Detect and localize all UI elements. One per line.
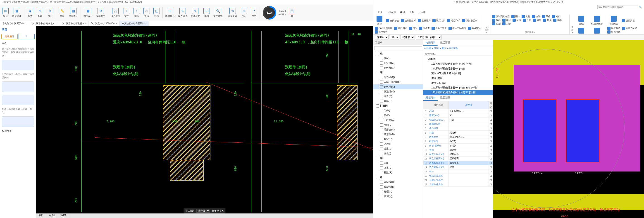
group-label[interactable]: CAD操作 ▾: [484, 26, 489, 34]
tab-property-layer[interactable]: 图层管理: [438, 95, 452, 101]
ribbon-item-判断内外墙[interactable]: 判断内外墙: [622, 27, 637, 30]
prop-value[interactable]: [449, 122, 489, 126]
tree-node[interactable]: 螺旋板(B): [373, 184, 423, 189]
property-row[interactable]: 13起点底标高(m)层底标高☐: [423, 161, 493, 165]
prop-value[interactable]: (混筑)水泥石...: [449, 135, 489, 139]
ribbon-item-删除[interactable]: 删除: [512, 15, 520, 18]
ribbon-item-长度标注[interactable]: 长度标注: [375, 30, 388, 34]
prop-value[interactable]: 层底标高: [449, 161, 489, 165]
category-select[interactable]: 墙: [390, 35, 399, 40]
toolbar-新建[interactable]: ▸ 新建: [424, 47, 431, 50]
tree-node[interactable]: 门联窗(A): [373, 118, 423, 123]
ribbon-文字[interactable]: T文字: [122, 7, 131, 19]
property-row[interactable]: 8砂浆标号(M7.5)☐: [423, 139, 493, 144]
thumb-4[interactable]: [2, 116, 34, 127]
property-row[interactable]: 3轴线距左墙皮...(45)☐: [423, 118, 493, 122]
layer-select[interactable]: 未分类: [196, 209, 210, 212]
cad-canvas[interactable]: 深蓝灰色烤漆方钢管(余同) 通高x40x40x3.0 ，竖向杆件间距110 一根…: [36, 26, 373, 218]
component-item[interactable]: 190厚煤矸石烧结多孔砖 [外墙]: [423, 66, 493, 71]
component-search-input[interactable]: [424, 52, 492, 56]
ribbon-标注设置[interactable]: ✎标注设置: [190, 7, 201, 19]
ribbon-item-旋转[interactable]: 旋转: [502, 19, 511, 22]
prop-extra-checkbox[interactable]: ☐: [489, 122, 493, 126]
ribbon-item-分割[interactable]: 分割: [492, 22, 500, 25]
toolbar-复制[interactable]: ▸ 复制: [432, 47, 438, 50]
prop-value[interactable]: [449, 174, 489, 178]
prop-value[interactable]: 90: [449, 114, 489, 118]
prop-extra-checkbox[interactable]: ☐: [489, 178, 493, 182]
property-row[interactable]: 11起点顶标高(m)层顶标高☐: [423, 152, 493, 157]
prop-extra-checkbox[interactable]: ☐: [489, 152, 493, 157]
prop-value[interactable]: (外墙): [449, 144, 489, 148]
property-row[interactable]: 2厚度(mm)90☐: [423, 114, 493, 118]
ribbon-窗口[interactable]: ⊞窗口: [1, 7, 10, 19]
property-row[interactable]: 12终点顶标高(m)层顶标高☐: [423, 157, 493, 161]
global-search-input[interactable]: [598, 5, 638, 9]
ribbon-item-设置拱墙[interactable]: 设置拱墙: [622, 15, 635, 26]
ribbon-帮助[interactable]: ?帮助: [249, 7, 258, 19]
component-select[interactable]: 190厚煤矸石砌...: [416, 35, 442, 40]
close-icon[interactable]: ×: [116, 22, 117, 25]
ribbon-item-墙体拉通[interactable]: 墙体拉通: [607, 30, 620, 34]
tree-node[interactable]: 梁: [373, 156, 423, 161]
tree-node[interactable]: 梁(L): [373, 161, 423, 165]
property-row[interactable]: 22土建业务属性☐: [423, 182, 493, 187]
prop-extra-checkbox[interactable]: ☐: [489, 165, 493, 169]
progress-gauge[interactable]: 51%: [263, 6, 276, 20]
property-row[interactable]: 21土建业务属性☐: [423, 178, 493, 182]
ribbon-big-直线[interactable]: 直线: [576, 15, 586, 26]
prop-extra-checkbox[interactable]: ☐: [489, 148, 493, 152]
pdf-button[interactable]: 📄PDF: [288, 7, 296, 18]
tree-node[interactable]: 现浇板(B): [373, 180, 423, 184]
tree-node[interactable]: 培垛(E): [373, 94, 423, 99]
refresh-button[interactable]: ↻: [18, 34, 35, 39]
prop-extra-checkbox[interactable]: ☐: [489, 118, 493, 122]
tree-node[interactable]: 人防门框墙(RF): [373, 80, 423, 84]
ribbon-item-合并[interactable]: 合并: [523, 19, 531, 22]
prop-value[interactable]: [449, 182, 489, 187]
ribbon-圆选[interactable]: ○圆选: [132, 7, 141, 19]
tree-node[interactable]: 墙洞(D): [373, 123, 423, 127]
thumb-2[interactable]: [2, 81, 34, 92]
tree-node[interactable]: 门窗洞: [373, 103, 423, 108]
bottom-tab-layout1[interactable]: 布局1: [46, 213, 58, 218]
prop-value[interactable]: 填充墙: [449, 148, 489, 152]
file-tab[interactable]: 华大魏宏中心2#5#6#8···×: [88, 21, 120, 26]
tree-node[interactable]: 过梁(G): [373, 146, 423, 151]
prop-value[interactable]: (M7.5): [449, 139, 489, 144]
ribbon-item-设置比例[interactable]: 设置比例: [432, 15, 445, 26]
tree-node[interactable]: 板: [373, 175, 423, 180]
tab-component-list[interactable]: 构件列表: [423, 40, 438, 46]
prop-extra-checkbox[interactable]: ☐: [489, 157, 493, 161]
ribbon-item-移动[interactable]: 移动: [492, 19, 500, 22]
tree-node[interactable]: 幕墙(Q): [373, 99, 423, 103]
ribbon-涂形识别[interactable]: ⬚涂形识别: [110, 7, 121, 19]
ribbon-白点[interactable]: ◈白点: [46, 7, 54, 19]
ribbon-item-批量选择[interactable]: 批量选择: [418, 15, 430, 26]
ribbon-图层管理[interactable]: ▦图层管理: [11, 7, 23, 19]
property-row[interactable]: 15备注☐: [423, 169, 493, 174]
component-item[interactable]: 190厚煤矸石烧结多孔砖 [外墙]-90 [外墙]: [423, 90, 493, 95]
tree-node[interactable]: 老虎窗: [373, 142, 423, 146]
ribbon-测量统计[interactable]: ▤测量统计: [68, 7, 79, 19]
bottom-tab-layout2[interactable]: 布局2: [58, 213, 70, 218]
ribbon-item-CAD识别选项[interactable]: CAD识别选项: [375, 27, 392, 30]
property-row[interactable]: 10类别填充墙☐: [423, 148, 493, 152]
ribbon-item-自动平齐板[interactable]: 自动平齐板: [432, 27, 447, 30]
ribbon-item-拉伸[interactable]: 拉伸: [543, 19, 552, 22]
tree-node[interactable]: 门(M): [373, 108, 423, 113]
close-icon[interactable]: ×: [56, 22, 57, 25]
tab-layer-manage[interactable]: 图层管理: [438, 40, 452, 46]
property-row[interactable]: 9内/外墙标志(外墙)☐: [423, 144, 493, 148]
ribbon-item-云检查[interactable]: 云检查: [419, 27, 430, 30]
menu-工程设置[interactable]: 工程设置: [384, 10, 398, 14]
tree-node[interactable]: 柱(Z): [373, 56, 423, 61]
ribbon-item-两点辅轴[interactable]: 两点辅轴: [468, 27, 480, 30]
tree-node[interactable]: 柱: [373, 51, 423, 56]
viewport-3d[interactable]: 11,400 C1227a C1227 6900 1300 1300 500 这…: [493, 40, 644, 218]
property-row[interactable]: 6材质页心砖☐: [423, 131, 493, 135]
component-item[interactable]: 虚墙 [内墙]: [423, 76, 493, 80]
tree-node[interactable]: 圈梁(E): [373, 170, 423, 175]
prop-extra-checkbox[interactable]: ☐: [489, 139, 493, 144]
tree-node[interactable]: 保温墙(Q): [373, 89, 423, 94]
